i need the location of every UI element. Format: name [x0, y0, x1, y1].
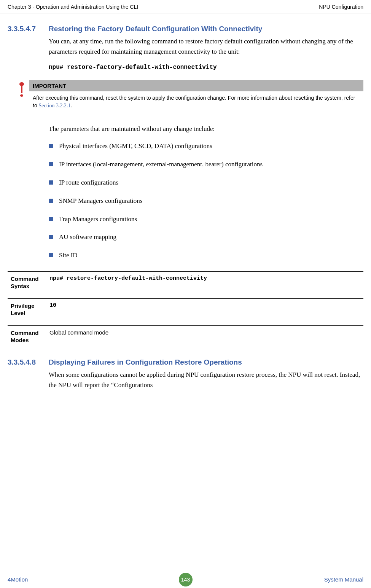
page-header: Chapter 3 - Operation and Administration…: [0, 0, 371, 13]
bullet-text: Site ID: [59, 251, 78, 260]
row-label: Privilege Level: [8, 302, 46, 317]
section-number: 3.3.5.4.8: [8, 358, 49, 367]
table-row: Command Syntax npu# restore-factory-defa…: [8, 271, 363, 298]
list-item: IP route configurations: [49, 178, 363, 187]
row-value: Global command mode: [46, 329, 108, 344]
page-number-badge: 143: [179, 573, 193, 586]
section-heading: 3.3.5.4.7 Restoring the Factory Default …: [8, 25, 363, 33]
list-item: IP interfaces (local-management, externa…: [49, 160, 363, 169]
bullet-icon: [49, 144, 53, 148]
bullet-text: Trap Managers configurations: [59, 215, 137, 224]
command-text: npu# restore-factory-default-with-connec…: [49, 63, 363, 73]
important-text-b: .: [71, 102, 72, 108]
svg-rect-1: [21, 86, 22, 93]
svg-point-2: [20, 94, 23, 97]
section-link[interactable]: Section 3.2.2.1: [39, 103, 71, 108]
list-item: Site ID: [49, 251, 363, 260]
bullet-text: Physical interfaces (MGMT, CSCD, DATA) c…: [59, 142, 212, 151]
section-title: Restoring the Factory Default Configurat…: [49, 25, 262, 33]
body-paragraph: You can, at any time, run the following …: [49, 36, 363, 57]
row-label: Command Syntax: [8, 275, 46, 290]
important-text-a: After executing this command, reset the …: [33, 95, 355, 108]
bullet-icon: [49, 180, 53, 185]
important-label: IMPORTANT: [29, 80, 363, 91]
table-row: Privilege Level 10: [8, 298, 363, 325]
svg-point-0: [19, 82, 24, 86]
important-content: IMPORTANT After executing this command, …: [29, 80, 363, 112]
important-callout: IMPORTANT After executing this command, …: [19, 80, 363, 112]
important-icon: [19, 82, 24, 98]
bullet-text: IP interfaces (local-management, externa…: [59, 160, 263, 169]
row-label: Command Modes: [8, 329, 46, 344]
bullet-icon: [49, 162, 53, 166]
bullet-icon: [49, 217, 53, 221]
bullet-icon: [49, 253, 53, 257]
section-heading: 3.3.5.4.8 Displaying Failures in Configu…: [8, 358, 363, 367]
section-2: 3.3.5.4.8 Displaying Failures in Configu…: [8, 358, 363, 390]
row-value: npu# restore-factory-default-with-connec…: [46, 275, 207, 290]
page-footer: 4Motion 143 System Manual: [0, 576, 371, 583]
table-row: Command Modes Global command mode: [8, 325, 363, 352]
list-item: SNMP Managers configurations: [49, 196, 363, 206]
bullet-list: Physical interfaces (MGMT, CSCD, DATA) c…: [49, 142, 363, 260]
bullet-text: AU software mapping: [59, 233, 116, 242]
footer-right: System Manual: [324, 576, 363, 583]
bullet-text: IP route configurations: [59, 178, 118, 187]
list-item: Trap Managers configurations: [49, 215, 363, 224]
page-content: 3.3.5.4.7 Restoring the Factory Default …: [0, 13, 371, 390]
bullet-icon: [49, 199, 53, 203]
row-value: 10: [46, 302, 56, 317]
section-title: Displaying Failures in Configuration Res…: [49, 358, 242, 367]
list-item: AU software mapping: [49, 233, 363, 242]
header-right: NPU Configuration: [319, 4, 363, 10]
body-paragraph: The parameters that are maintained witho…: [49, 124, 363, 134]
command-info-table: Command Syntax npu# restore-factory-defa…: [8, 271, 363, 352]
bullet-icon: [49, 235, 53, 239]
important-body: After executing this command, reset the …: [29, 91, 363, 112]
list-item: Physical interfaces (MGMT, CSCD, DATA) c…: [49, 142, 363, 151]
footer-left: 4Motion: [8, 576, 28, 583]
section-number: 3.3.5.4.7: [8, 25, 49, 33]
body-paragraph: When some configurations cannot be appli…: [49, 370, 363, 390]
bullet-text: SNMP Managers configurations: [59, 196, 142, 206]
header-left: Chapter 3 - Operation and Administration…: [8, 4, 138, 10]
page-number: 143: [179, 573, 193, 586]
